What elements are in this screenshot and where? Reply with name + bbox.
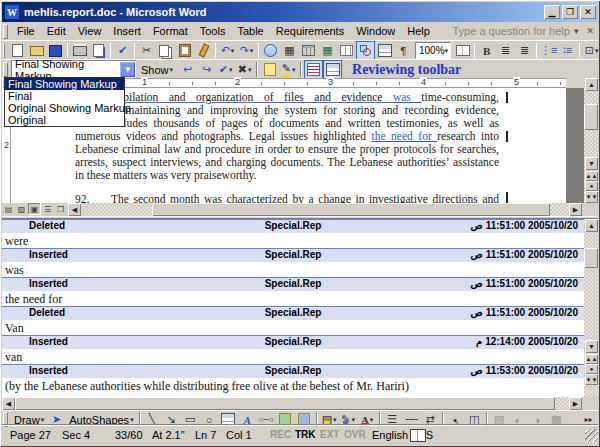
format-painter-button[interactable] [194,41,213,60]
web-layout-button[interactable]: ▨ [15,203,28,215]
reviewing-pane[interactable]: Deleted Special.Rep ص11:51:00 2005/10/20… [2,219,584,397]
menu-help[interactable]: Help [401,23,436,39]
menubar-drag-handle[interactable] [3,24,8,39]
highlight-button[interactable]: ✎▾ [279,60,298,79]
change-text[interactable]: were [2,233,584,249]
menu-view[interactable]: View [72,23,108,39]
status-ovr[interactable]: OVR [344,429,366,440]
accept-dropdown-icon[interactable]: ▾ [229,66,233,74]
insert-table-button[interactable] [299,41,318,60]
change-text[interactable]: Van [2,320,584,336]
list-option-final[interactable]: Final [5,90,124,102]
read-button[interactable] [453,41,472,60]
list-option-original-showing-markup[interactable]: Original Showing Markup [5,102,124,114]
copy-button[interactable] [156,41,175,60]
ask-question-box[interactable]: Type a question for help [453,25,570,37]
change-text[interactable]: was [2,262,584,278]
review-browse-previous-icon[interactable]: ▲▲ [585,354,598,364]
list-option-final-showing-markup[interactable]: Final Showing Markup [5,78,124,90]
review-scroll-up-icon[interactable]: ▲ [585,219,598,232]
change-text[interactable]: van [2,349,584,365]
document-scrollbar-thumb[interactable] [584,104,598,130]
review-hscrollbar-thumb[interactable] [15,397,555,410]
scroll-left-icon[interactable]: ◀ [68,203,81,216]
drawing-button[interactable] [356,41,375,60]
review-scroll-left-icon[interactable]: ◀ [2,397,15,410]
redo-button[interactable]: ↷▾ [237,41,256,60]
menu-tools[interactable]: Tools [194,23,232,39]
print-layout-button[interactable]: ▣ [28,203,41,215]
question-dropdown-icon[interactable]: ▾ [570,26,583,36]
standard-toolbar-handle[interactable] [3,43,5,58]
scroll-right-icon[interactable]: ▶ [569,203,582,216]
cut-button[interactable]: ✂ [137,41,156,60]
title-bar[interactable]: W mehlis.report.doc - Microsoft Word ▁ ❐… [2,2,598,22]
change-text[interactable]: (by the Lebanese authorities while distr… [2,378,584,394]
status-rec[interactable]: REC [270,429,291,440]
reading-layout-button[interactable]: ❒ [54,203,67,215]
reviewing-toolbar-handle[interactable] [3,62,8,77]
outline-view-button[interactable]: ☰ [41,203,54,215]
reject-dropdown-icon[interactable]: ▾ [248,66,252,74]
outside-border-button[interactable]: ⊡▾ [582,41,600,60]
maximize-button[interactable]: ❐ [562,5,578,19]
track-changes-button[interactable] [304,60,323,79]
status-trk[interactable]: TRK [295,429,316,440]
menu-table[interactable]: Table [231,23,269,39]
zoom-dropdown-icon[interactable]: ▾ [445,47,451,55]
bullets-button[interactable]: ∶≡ [558,41,577,60]
scroll-down-icon[interactable]: ▼ [585,157,598,170]
document-text[interactable]: The compilation and organization of file… [75,91,499,203]
resize-grip[interactable] [585,429,598,442]
rtl-paragraph-button[interactable]: ≣ [515,41,534,60]
review-scroll-down-icon[interactable]: ▼ [585,340,598,353]
numbering-button[interactable]: ⋮≡ [539,41,558,60]
show-hide-button[interactable]: ¶ [394,41,413,60]
highlight-dropdown-icon[interactable]: ▾ [292,66,296,74]
menu-file[interactable]: File [11,23,41,39]
review-scrollbar-thumb[interactable] [584,248,598,268]
browse-previous-icon[interactable]: ▲▲ [585,171,598,181]
scroll-up-icon[interactable]: ▲ [585,78,598,91]
menu-window[interactable]: Window [350,23,401,39]
previous-change-button[interactable]: ↩ [178,60,197,79]
word-app-icon: W [4,4,20,20]
change-text[interactable]: the need for [2,291,584,307]
close-button[interactable]: ✕ [580,5,596,19]
review-select-browse-icon[interactable]: ● [585,364,598,374]
normal-view-button[interactable]: ▤ [2,203,15,215]
columns-button[interactable] [337,41,356,60]
ltr-paragraph-button[interactable]: ≣ [496,41,515,60]
redo-dropdown-icon[interactable]: ▾ [250,47,254,55]
bold-button[interactable]: B [477,41,496,60]
menu-edit[interactable]: Edit [41,23,72,39]
menu-format[interactable]: Format [147,23,194,39]
open-folder-icon [30,46,44,56]
paste-button[interactable] [175,41,194,60]
insert-hyperlink-button[interactable] [261,41,280,60]
insert-excel-button[interactable]: ▦ [318,41,337,60]
accept-change-button[interactable]: ✔▾ [216,60,235,79]
menu-insert[interactable]: Insert [107,23,147,39]
zoom-value: 100% [419,45,445,56]
hscrollbar-thumb[interactable] [152,203,550,216]
review-browse-next-icon[interactable]: ▼▼ [585,374,598,385]
undo-button[interactable]: ↶▾ [218,41,237,60]
combo-dropdown-icon[interactable]: ▼ [120,62,135,77]
select-browse-object-icon[interactable]: ● [585,181,598,191]
menu-requirements[interactable]: Requirements [270,23,350,39]
document-map-button[interactable] [375,41,394,60]
review-scroll-right-icon[interactable]: ▶ [569,397,582,410]
tables-and-borders-button[interactable]: ▦ [280,41,299,60]
menubar-close-icon[interactable]: ✕ [582,26,598,36]
spelling-status-book-icon[interactable] [410,429,426,442]
browse-next-icon[interactable]: ▼▼ [585,191,598,203]
zoom-control[interactable]: 100% ▾ [415,42,451,59]
next-change-button[interactable]: ↪ [197,60,216,79]
status-ext[interactable]: EXT [320,429,339,440]
undo-dropdown-icon[interactable]: ▾ [231,47,235,55]
border-dropdown-icon[interactable]: ▾ [595,47,599,55]
new-comment-button[interactable] [260,60,279,79]
list-option-original[interactable]: Original [5,114,124,126]
minimize-button[interactable]: ▁ [544,5,560,19]
